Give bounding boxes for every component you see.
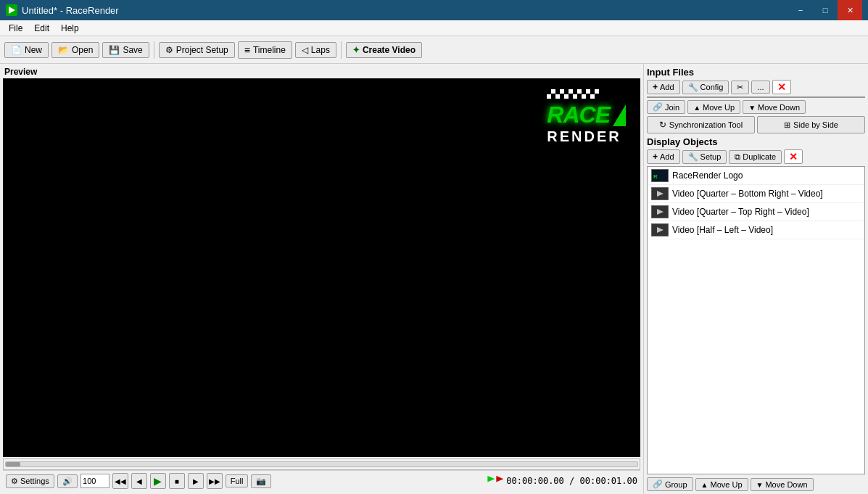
sync-tool-button[interactable]: Synchronization Tool xyxy=(647,116,755,133)
menu-file[interactable]: File xyxy=(3,22,28,35)
display-objects-list: RRaceRender LogoVideo [Quarter – Bottom … xyxy=(647,166,865,474)
video-thumbnail xyxy=(651,187,669,200)
skip-to-start-button[interactable]: ◀◀ xyxy=(112,473,128,489)
input-more-button[interactable]: ... xyxy=(751,81,769,94)
window-title: Untitled* - RaceRender xyxy=(22,5,119,16)
input-cut-button[interactable] xyxy=(731,81,749,94)
input-move-down-button[interactable]: Move Down xyxy=(743,100,806,114)
main-area: Preview xyxy=(0,64,868,494)
move-down-icon xyxy=(748,103,756,112)
display-add-button[interactable]: Add xyxy=(647,149,680,164)
display-duplicate-button[interactable]: Duplicate xyxy=(729,150,782,164)
play-button[interactable]: ▶ xyxy=(150,473,166,489)
display-close-button[interactable]: ✕ xyxy=(784,149,803,164)
video-thumbnail xyxy=(651,223,669,236)
project-icon xyxy=(165,45,173,55)
full-button[interactable]: Full xyxy=(226,474,249,487)
sync-side-row: Synchronization Tool Side by Side xyxy=(647,116,865,133)
save-button[interactable]: Save xyxy=(102,42,149,58)
side-icon xyxy=(784,120,790,130)
video-thumbnail xyxy=(651,205,669,218)
display-setup-button[interactable]: Setup xyxy=(682,150,727,164)
timeline-icon xyxy=(244,44,250,56)
setup-icon xyxy=(688,152,698,162)
input-config-button[interactable]: Config xyxy=(682,81,729,94)
scrollbar-thumb xyxy=(6,462,20,466)
join-button[interactable]: Join xyxy=(647,100,685,114)
maximize-button[interactable]: □ xyxy=(813,0,838,20)
open-icon xyxy=(58,45,69,55)
timeline-button[interactable]: Timeline xyxy=(238,41,292,59)
close-button[interactable]: ✕ xyxy=(838,0,862,20)
list-item[interactable]: RRaceRender Logo xyxy=(648,167,864,185)
stop-button[interactable]: ■ xyxy=(169,473,185,489)
time-display: 00:00:00.00 / 00:00:01.00 xyxy=(506,476,637,486)
svg-text:R: R xyxy=(653,173,658,180)
list-item-label: Video [Half – Left – Video] xyxy=(672,225,773,235)
display-move-down-button[interactable]: Move Down xyxy=(751,478,814,491)
right-panel: Input Files Add Config ... ✕ xyxy=(643,64,868,494)
config-icon xyxy=(688,83,698,92)
display-add-icon xyxy=(653,152,658,162)
logo-triangle xyxy=(613,104,626,126)
camera-icon xyxy=(256,477,266,486)
group-button[interactable]: Group xyxy=(647,477,693,491)
step-back-button[interactable]: ◀ xyxy=(131,473,147,489)
skip-to-end-button[interactable]: ▶▶ xyxy=(207,473,223,489)
preview-area: RACE RENDER xyxy=(3,78,640,457)
input-actions-row: Join Move Up Move Down xyxy=(647,100,865,114)
minimize-button[interactable]: − xyxy=(788,0,813,20)
input-files-title: Input Files xyxy=(647,67,865,78)
display-objects-title: Display Objects xyxy=(647,136,865,147)
open-button[interactable]: Open xyxy=(51,42,99,58)
logo-thumbnail: R xyxy=(651,169,669,182)
flags-container xyxy=(487,476,503,486)
input-add-button[interactable]: Add xyxy=(647,80,680,94)
separator-2 xyxy=(341,41,342,59)
create-icon: ✦ xyxy=(352,45,360,55)
add-icon xyxy=(653,82,658,92)
logo-render-text: RENDER xyxy=(547,128,626,145)
create-video-button[interactable]: ✦ Create Video xyxy=(346,42,422,58)
preview-label: Preview xyxy=(3,67,640,77)
step-forward-button[interactable]: ▶ xyxy=(188,473,204,489)
display-move-up-button[interactable]: Move Up xyxy=(695,478,748,491)
left-panel: Preview xyxy=(0,64,643,494)
list-item-label: Video [Quarter – Top Right – Video] xyxy=(672,207,809,217)
titlebar: Untitled* - RaceRender − □ ✕ xyxy=(0,0,868,20)
snapshot-button[interactable] xyxy=(251,474,271,488)
laps-icon xyxy=(302,45,308,55)
list-item-label: RaceRender Logo xyxy=(672,170,743,181)
preview-scrollbar[interactable] xyxy=(3,458,640,470)
display-objects-toolbar: Add Setup Duplicate ✕ xyxy=(647,149,865,164)
toolbar: New Open Save Project Setup Timeline Lap… xyxy=(0,36,868,64)
volume-icon xyxy=(62,477,73,486)
menubar: File Edit Help xyxy=(0,20,868,36)
app-icon xyxy=(6,4,17,16)
project-setup-button[interactable]: Project Setup xyxy=(159,42,235,58)
settings-button[interactable]: Settings xyxy=(6,474,54,488)
laps-button[interactable]: Laps xyxy=(295,42,336,58)
list-item[interactable]: Video [Quarter – Bottom Right – Video] xyxy=(648,185,864,203)
preview-logo: RACE RENDER xyxy=(547,89,626,145)
list-item[interactable]: Video [Half – Left – Video] xyxy=(648,221,864,239)
display-up-icon xyxy=(701,480,708,489)
volume-button[interactable] xyxy=(57,474,78,488)
volume-input[interactable] xyxy=(80,474,109,488)
input-move-up-button[interactable]: Move Up xyxy=(687,100,740,114)
new-icon xyxy=(11,45,22,55)
display-down-icon xyxy=(756,480,764,489)
list-item[interactable]: Video [Quarter – Top Right – Video] xyxy=(648,203,864,221)
input-close-button[interactable]: ✕ xyxy=(772,80,791,94)
separator-1 xyxy=(154,41,154,59)
side-by-side-button[interactable]: Side by Side xyxy=(757,116,865,133)
display-objects-section: Display Objects Add Setup Duplicate ✕ RR… xyxy=(647,136,865,491)
scrollbar-track xyxy=(5,461,638,467)
move-up-icon xyxy=(693,103,700,112)
green-flag-icon xyxy=(487,476,495,486)
logo-race-text: RACE xyxy=(547,102,610,128)
new-button[interactable]: New xyxy=(4,42,49,58)
scissors-icon xyxy=(737,83,743,92)
menu-edit[interactable]: Edit xyxy=(28,22,55,35)
menu-help[interactable]: Help xyxy=(55,22,85,35)
